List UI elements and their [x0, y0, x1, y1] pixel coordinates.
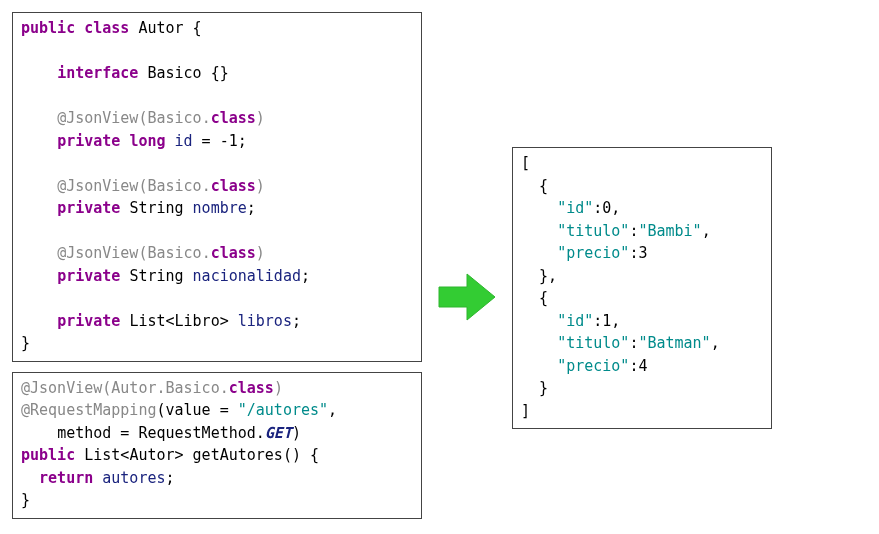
ctrl-close-brace: }	[21, 491, 30, 509]
eq: =	[193, 132, 220, 150]
ctrl-comma: ,	[328, 401, 337, 419]
ctrl-dot: .	[256, 424, 265, 442]
ctrl-open-brace: {	[301, 446, 319, 464]
left-column: public class Autor { interface Basico {}…	[12, 12, 422, 519]
json-v-titulo0: "Bambi"	[638, 222, 701, 240]
kw-private-4: private	[57, 312, 120, 330]
ctrl-kw-return: return	[39, 469, 93, 487]
annotation-jsonview-1: @JsonView(Basico.class)	[57, 109, 265, 127]
json-v-precio1: 4	[638, 357, 647, 375]
ctrl-value-str: "/autores"	[238, 401, 328, 419]
json-v-id1: 1	[602, 312, 611, 330]
ctrl-ret-autor: Autor	[129, 446, 174, 464]
ctrl-ann-jsonview: @JsonView(Autor.Basico.class)	[21, 379, 283, 397]
json-comma-1: ,	[611, 199, 620, 217]
json-key-precio-1: "precio"	[557, 357, 629, 375]
ctrl-ret-list-close: >	[175, 446, 184, 464]
open-brace: {	[193, 19, 202, 37]
json-colon-1: :	[593, 199, 602, 217]
json-v-titulo1: "Batman"	[638, 334, 710, 352]
kw-public: public	[21, 19, 75, 37]
ctrl-parens: ()	[283, 446, 301, 464]
semi-4: ;	[292, 312, 301, 330]
semi-2: ;	[247, 199, 256, 217]
kw-private-3: private	[57, 267, 120, 285]
ctrl-semi: ;	[166, 469, 175, 487]
json-key-precio-0: "precio"	[557, 244, 629, 262]
type-list-open: List<	[129, 312, 174, 330]
ctrl-close-p: )	[292, 424, 301, 442]
json-comma-4: ,	[611, 312, 620, 330]
json-key-titulo-1: "titulo"	[557, 334, 629, 352]
json-comma-2: ,	[702, 222, 711, 240]
type-string-1: String	[129, 199, 183, 217]
json-key-titulo-0: "titulo"	[557, 222, 629, 240]
ctrl-ann-reqmap: @RequestMapping	[21, 401, 156, 419]
annotation-jsonview-3: @JsonView(Basico.class)	[57, 244, 265, 262]
val-neg1: -1	[220, 132, 238, 150]
kw-private-2: private	[57, 199, 120, 217]
field-nacionalidad: nacionalidad	[193, 267, 301, 285]
controller-method-code: @JsonView(Autor.Basico.class) @RequestMa…	[12, 372, 422, 519]
json-v-id0: 0	[602, 199, 611, 217]
type-string-2: String	[129, 267, 183, 285]
autor-class-code: public class Autor { interface Basico {}…	[12, 12, 422, 362]
json-open-arr: [	[521, 154, 530, 172]
ctrl-var-autores: autores	[102, 469, 165, 487]
svg-marker-0	[439, 274, 495, 320]
iface-name: Basico	[147, 64, 201, 82]
json-open-obj-2: {	[539, 289, 548, 307]
ctrl-ret-list-open: List<	[84, 446, 129, 464]
json-open-obj-1: {	[539, 177, 548, 195]
ctrl-method-key: method =	[57, 424, 138, 442]
ctrl-value-key: value =	[166, 401, 238, 419]
annotation-jsonview-2: @JsonView(Basico.class)	[57, 177, 265, 195]
iface-braces: {}	[211, 64, 229, 82]
ctrl-get-enum: GET	[265, 424, 292, 442]
ctrl-reqmethod: RequestMethod	[138, 424, 255, 442]
kw-class: class	[84, 19, 129, 37]
ctrl-kw-public: public	[21, 446, 75, 464]
type-list-close: >	[220, 312, 229, 330]
arrow-column	[422, 272, 512, 322]
arrow-icon	[437, 272, 497, 322]
json-comma-3: ,	[548, 267, 557, 285]
json-comma-5: ,	[711, 334, 720, 352]
ctrl-open-p: (	[156, 401, 165, 419]
class-name: Autor	[138, 19, 183, 37]
ctrl-method-name: getAutores	[193, 446, 283, 464]
json-close-arr: ]	[521, 402, 530, 420]
json-close-obj-2: }	[539, 379, 548, 397]
diagram-layout: public class Autor { interface Basico {}…	[12, 12, 867, 519]
json-key-id-0: "id"	[557, 199, 593, 217]
semi-3: ;	[301, 267, 310, 285]
json-v-precio0: 3	[638, 244, 647, 262]
field-libros: libros	[238, 312, 292, 330]
type-long: long	[129, 132, 165, 150]
json-key-id-1: "id"	[557, 312, 593, 330]
field-id: id	[175, 132, 193, 150]
kw-private-1: private	[57, 132, 120, 150]
json-colon-4: :	[593, 312, 602, 330]
type-libro: Libro	[175, 312, 220, 330]
field-nombre: nombre	[193, 199, 247, 217]
json-output: [ { "id":0, "titulo":"Bambi", "precio":3…	[512, 147, 772, 429]
json-close-obj-1: }	[539, 267, 548, 285]
kw-interface: interface	[57, 64, 138, 82]
semi-1: ;	[238, 132, 247, 150]
close-brace: }	[21, 334, 30, 352]
